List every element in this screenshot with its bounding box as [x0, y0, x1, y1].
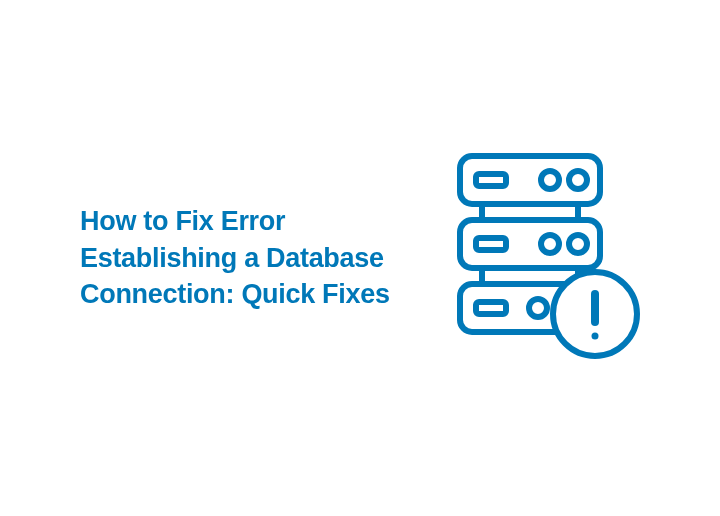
- svg-point-17: [592, 333, 599, 340]
- svg-rect-13: [476, 302, 506, 314]
- svg-point-3: [569, 171, 587, 189]
- svg-rect-0: [460, 156, 600, 204]
- svg-rect-6: [460, 220, 600, 268]
- page-title: How to Fix Error Establishing a Database…: [80, 203, 400, 312]
- svg-rect-7: [476, 238, 506, 250]
- svg-point-2: [541, 171, 559, 189]
- content-row: How to Fix Error Establishing a Database…: [80, 146, 650, 370]
- svg-point-8: [541, 235, 559, 253]
- svg-point-9: [569, 235, 587, 253]
- server-error-icon: [440, 146, 640, 370]
- svg-point-14: [529, 299, 547, 317]
- svg-rect-1: [476, 174, 506, 186]
